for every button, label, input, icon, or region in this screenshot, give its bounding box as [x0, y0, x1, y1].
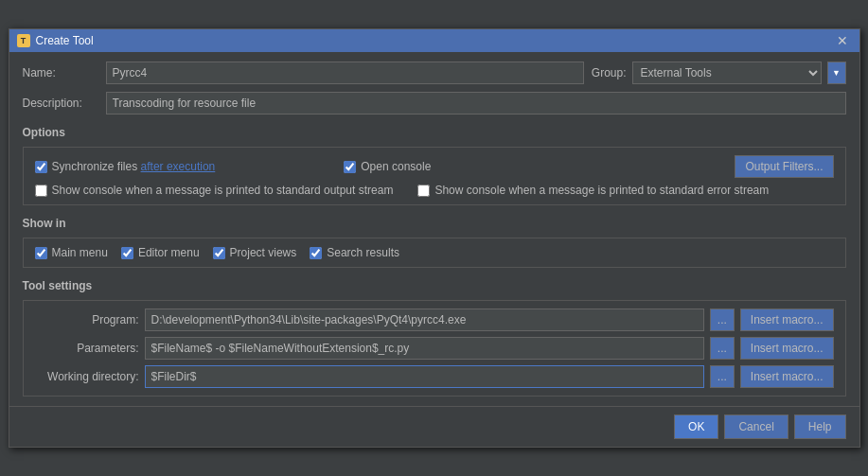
project-views-checkbox[interactable] [213, 247, 225, 259]
title-bar-left: T Create Tool [17, 34, 94, 47]
show-console-stdout-checkbox[interactable] [35, 185, 47, 197]
open-console-checkbox-label[interactable]: Open console [344, 160, 431, 173]
dialog-body: Name: Group: External Tools ▼ Descriptio… [9, 52, 859, 406]
options-row-2: Show console when a message is printed t… [35, 184, 834, 197]
dialog-title: Create Tool [36, 34, 94, 47]
parameters-label: Parameters: [35, 342, 139, 355]
open-console-label: Open console [361, 160, 431, 173]
program-ellipsis-button[interactable]: ... [710, 309, 735, 331]
cancel-button[interactable]: Cancel [724, 414, 788, 439]
main-menu-checkbox[interactable] [35, 247, 47, 259]
tool-settings-section-label: Tool settings [23, 279, 846, 292]
main-menu-checkbox-label[interactable]: Main menu [35, 246, 108, 259]
options-section: Synchronize files after execution Open c… [23, 147, 846, 205]
parameters-input[interactable] [145, 337, 704, 360]
dialog-footer: OK Cancel Help [9, 406, 859, 447]
working-dir-ellipsis-button[interactable]: ... [710, 365, 735, 388]
show-console-stderr-label[interactable]: Show console when a message is printed t… [417, 184, 769, 197]
show-console-stderr-checkbox[interactable] [417, 185, 430, 197]
show-console-stdout-label[interactable]: Show console when a message is printed t… [35, 184, 394, 197]
group-select[interactable]: External Tools [632, 62, 822, 84]
working-dir-insert-macro-button[interactable]: Insert macro... [740, 365, 834, 388]
show-in-row: Main menu Editor menu Project views Sear… [35, 246, 834, 259]
parameters-insert-macro-button[interactable]: Insert macro... [740, 337, 834, 360]
open-console-checkbox[interactable] [344, 161, 356, 173]
program-insert-macro-button[interactable]: Insert macro... [740, 309, 834, 331]
group-wrapper: Group: External Tools ▼ [592, 62, 846, 84]
sync-files-checkbox-label[interactable]: Synchronize files after execution [35, 160, 216, 173]
sync-files-checkbox[interactable] [35, 161, 47, 173]
name-group-row: Name: Group: External Tools ▼ [23, 62, 846, 84]
program-row: Program: ... Insert macro... [35, 309, 834, 331]
description-row: Description: [23, 92, 846, 115]
ok-button[interactable]: OK [674, 414, 718, 439]
editor-menu-checkbox[interactable] [121, 247, 133, 259]
description-input[interactable] [106, 92, 846, 115]
title-bar: T Create Tool ✕ [9, 29, 859, 52]
search-results-checkbox-label[interactable]: Search results [310, 246, 399, 259]
close-button[interactable]: ✕ [833, 34, 852, 47]
group-dropdown-btn[interactable]: ▼ [827, 62, 846, 84]
description-label: Description: [23, 97, 98, 110]
project-views-checkbox-label[interactable]: Project views [213, 246, 297, 259]
program-label: Program: [35, 313, 139, 326]
group-label: Group: [592, 66, 627, 79]
help-button[interactable]: Help [794, 414, 846, 439]
show-in-section: Main menu Editor menu Project views Sear… [23, 238, 846, 268]
working-dir-input[interactable] [145, 365, 704, 388]
parameters-row: Parameters: ... Insert macro... [35, 337, 834, 360]
parameters-ellipsis-button[interactable]: ... [710, 337, 735, 360]
dialog-icon: T [17, 34, 30, 47]
program-input[interactable] [145, 309, 704, 331]
name-input[interactable] [106, 62, 584, 84]
name-label: Name: [23, 66, 98, 79]
create-tool-dialog: T Create Tool ✕ Name: Group: External To… [9, 28, 860, 448]
options-section-label: Options [23, 126, 846, 139]
show-in-section-label: Show in [23, 217, 846, 230]
working-dir-row: Working directory: ... Insert macro... [35, 365, 834, 388]
tool-settings-section: Program: ... Insert macro... Parameters:… [23, 300, 846, 397]
search-results-checkbox[interactable] [310, 247, 322, 259]
editor-menu-checkbox-label[interactable]: Editor menu [121, 246, 200, 259]
output-filters-button[interactable]: Output Filters... [735, 155, 833, 178]
options-row-1: Synchronize files after execution Open c… [35, 155, 834, 178]
working-dir-label: Working directory: [35, 370, 139, 383]
